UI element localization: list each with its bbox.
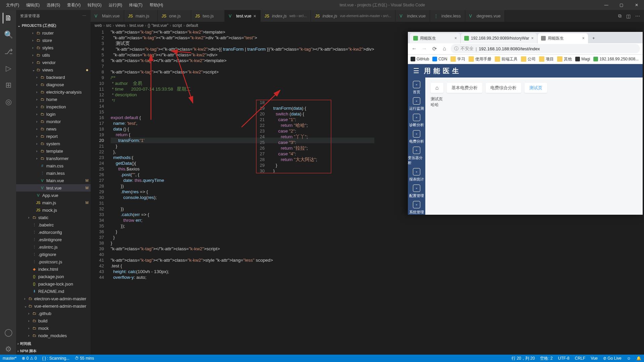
tree-item-node_modules[interactable]: ›🗀node_modules (16, 332, 91, 339)
reload-icon[interactable]: ⟳ (431, 46, 438, 52)
browser-tab[interactable]: 192.168.99.250:8089/historyWar× (461, 33, 537, 43)
bookmark-前端工具[interactable]: 前端工具 (495, 56, 518, 62)
forward-icon[interactable]: → (421, 46, 428, 52)
tree-item-news[interactable]: ›🗀news (16, 125, 91, 133)
status-feedback[interactable]: ☺ (624, 356, 634, 361)
explorer-icon[interactable]: 🗎 (3, 13, 13, 23)
tree-item-package-lock.json[interactable]: {}package-lock.json (16, 280, 91, 288)
tree-item-README.md[interactable]: ⬇README.md (16, 288, 91, 295)
status-golive[interactable]: ⊘ Go Live (600, 356, 624, 361)
tree-item-test.vue[interactable]: Vtest.vueM (16, 184, 91, 192)
app-tab-2[interactable]: 电费综合分析 (486, 83, 521, 93)
side-item-6[interactable]: ▫配置管理 (409, 185, 424, 198)
account-icon[interactable]: ◯ (3, 327, 13, 338)
menu-edit[interactable]: 编辑(E) (23, 1, 42, 9)
breadcrumb[interactable]: web›src›views›test.vue›{} "test.vue"›scr… (91, 22, 644, 29)
tree-item-utils[interactable]: ›🗀utils (16, 51, 91, 59)
editor-tab-index.js[interactable]: JSindex.jsvue-element-admin-master › src… (311, 10, 395, 22)
side-item-7[interactable]: ▫系统管理 (409, 201, 424, 215)
url-bar[interactable]: ⓘ 不安全 | 192.168.10.188:8080/test/index (451, 44, 640, 53)
tree-item-.gitignore[interactable]: ⋮.gitignore (16, 251, 91, 258)
more-icon[interactable]: ⋯ (83, 14, 87, 18)
tree-item-main.js[interactable]: JSmain.jsM (16, 199, 91, 206)
run-debug-icon[interactable]: ▷ (3, 63, 13, 74)
menu-selection[interactable]: 选择(S) (44, 1, 63, 9)
browser-tab[interactable]: 用能医生× (538, 33, 588, 43)
compare-icon[interactable]: ⧉ (618, 13, 622, 19)
file-tree[interactable]: ›🗀router›🗀store›🗀styles›🗀utils›🗀vendor⌄🗀… (16, 29, 91, 340)
menu-help[interactable]: 帮助(H) (147, 1, 166, 9)
status-cursor[interactable]: 行 20，列 20 (509, 356, 537, 361)
tree-item-.eslintignore[interactable]: ⋮.eslintignore (16, 236, 91, 243)
source-control-icon[interactable]: ⎇ (3, 46, 13, 57)
side-item-3[interactable]: ▫电费分析 (409, 130, 424, 144)
tree-item-electricity-analysis[interactable]: ›🗀electricity-analysis (16, 88, 91, 96)
tree-item-electron-vue-admin-master[interactable]: ›🗀electron-vue-admin-master (16, 295, 91, 302)
tree-item-static[interactable]: ›🗀static (16, 214, 91, 221)
tree-item-mock[interactable]: ›🗀mock (16, 324, 91, 332)
tree-item-.postcssrc.js[interactable]: ⋮.postcssrc.js (16, 258, 91, 265)
editor-tab-index.js[interactable]: JSindex.jsweb › src\... (261, 10, 311, 22)
status-indent[interactable]: 空格: 2 (537, 356, 555, 361)
editor-tab-main.js[interactable]: JSmain.js (124, 10, 158, 22)
edge-icon[interactable]: ◎ (3, 97, 13, 107)
tree-item-store[interactable]: ›🗀store (16, 37, 91, 44)
tree-item-template[interactable]: ›🗀template (16, 147, 91, 155)
tree-item-monitor[interactable]: ›🗀monitor (16, 118, 91, 125)
tree-item-styles[interactable]: ›🗀styles (16, 44, 91, 51)
tree-item-report[interactable]: ›🗀report (16, 133, 91, 140)
menu-goto[interactable]: 转到(G) (85, 1, 104, 9)
bookmark-项目[interactable]: 项目 (539, 56, 554, 62)
tree-item-login[interactable]: ›🗀login (16, 110, 91, 118)
status-time[interactable]: ⏱ 55 mins (72, 356, 97, 361)
search-icon[interactable]: 🔍 (3, 30, 13, 40)
editor-tab-degrees.vue[interactable]: Vdegrees.vue (465, 10, 505, 22)
back-icon[interactable]: ← (411, 46, 418, 52)
tree-item-views[interactable]: ⌄🗀views● (16, 66, 91, 73)
tree-item-mock.js[interactable]: JSmock.js (16, 206, 91, 214)
status-eol[interactable]: CRLF (572, 356, 588, 361)
tree-item-.editorconfig[interactable]: ⋮.editorconfig (16, 228, 91, 236)
home-icon[interactable]: ⌂ (441, 46, 448, 52)
extensions-icon[interactable]: ⊞ (3, 80, 13, 91)
menu-file[interactable]: 文件(F) (3, 1, 22, 9)
editor-tab-index.less[interactable]: ⋮index.less (430, 10, 465, 22)
tree-item-diagnose[interactable]: ›🗀diagnose (16, 81, 91, 88)
maximize-button[interactable]: ▢ (614, 0, 629, 10)
bookmark-其他[interactable]: 其他 (557, 56, 572, 62)
tree-item-.babelrc[interactable]: ⋮.babelrc (16, 221, 91, 228)
tree-item-transformer[interactable]: ›🗀transformer (16, 155, 91, 162)
app-tab-0[interactable]: ⌂ (431, 83, 443, 93)
bookmark-192.168.99.250:808...[interactable]: 192.168.99.250:808... (593, 57, 639, 61)
bookmark-学习[interactable]: 学习 (450, 56, 465, 62)
tree-item-system[interactable]: ›🗀system (16, 140, 91, 147)
tree-item-index.html[interactable]: ◆index.html (16, 265, 91, 273)
tree-item-vue-element-admin-master[interactable]: ⌄🗀vue-element-admin-master (16, 302, 91, 310)
tree-item-package.json[interactable]: {}package.json (16, 273, 91, 280)
status-language[interactable]: Vue (588, 356, 600, 361)
side-item-1[interactable]: ▫运行监测 (409, 97, 424, 111)
close-button[interactable]: ✕ (629, 0, 644, 10)
tree-item-inspection[interactable]: ›🗀inspection (16, 103, 91, 110)
editor-tab-index.vue[interactable]: Vindex.vue (395, 10, 430, 22)
status-encoding[interactable]: UTF-8 (555, 356, 572, 361)
bookmark-CDN[interactable]: CDN (432, 57, 447, 61)
workspace-section-head[interactable]: ⌄PROJECTS (工作区) (16, 22, 91, 29)
bookmark-GitHub[interactable]: GitHub (411, 57, 429, 61)
menu-run[interactable]: 运行(R) (106, 1, 125, 9)
tree-item-.eslintrc.js[interactable]: ⋮.eslintrc.js (16, 243, 91, 251)
editor-tab-one.js[interactable]: JSone.js (158, 10, 191, 22)
side-item-2[interactable]: ▫诊断分析 (409, 114, 424, 127)
editor-tab-two.js[interactable]: JStwo.js (191, 10, 225, 22)
more-actions-icon[interactable]: ⋯ (635, 13, 640, 19)
settings-icon[interactable]: ⚙ (3, 344, 13, 355)
side-item-0[interactable]: ▫首页 (413, 81, 420, 95)
status-bell[interactable]: 🔔 (634, 356, 644, 361)
menu-terminal[interactable]: 终端(T) (126, 1, 145, 9)
tree-item-main.less[interactable]: ⋮main.less (16, 169, 91, 177)
tree-item-backward[interactable]: ›🗀backward (16, 73, 91, 81)
tree-item-home[interactable]: ›🗀home (16, 96, 91, 103)
app-tab-1[interactable]: 基本电费分析 (447, 83, 482, 93)
browser-tab[interactable]: 用能医生× (410, 33, 460, 43)
tree-item-vendor[interactable]: ›🗀vendor (16, 59, 91, 66)
